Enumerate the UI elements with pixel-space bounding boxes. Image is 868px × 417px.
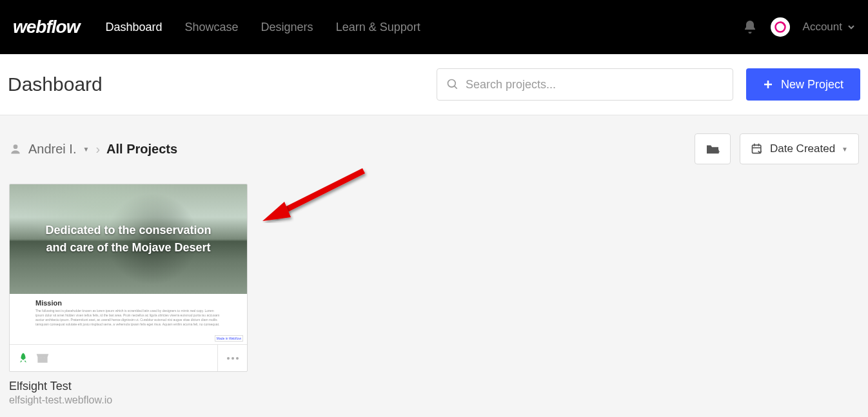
project-status-icons bbox=[17, 352, 217, 365]
account-menu[interactable]: Account bbox=[803, 21, 855, 34]
calendar-sort-icon bbox=[751, 142, 764, 155]
caret-down-icon: ▼ bbox=[842, 146, 848, 153]
search-icon bbox=[446, 78, 459, 91]
sort-label: Date Created bbox=[770, 142, 835, 155]
new-folder-button[interactable]: + bbox=[695, 133, 731, 164]
project-item: Dedicated to the conservation and care o… bbox=[9, 184, 248, 406]
svg-point-3 bbox=[14, 144, 18, 149]
annotation-arrow bbox=[257, 164, 373, 235]
nav-links: Dashboard Showcase Designers Learn & Sup… bbox=[105, 21, 742, 34]
svg-line-7 bbox=[273, 171, 364, 216]
project-card[interactable]: Dedicated to the conservation and care o… bbox=[9, 184, 248, 372]
page-title: Dashboard bbox=[8, 73, 437, 95]
chevron-right-icon: › bbox=[95, 142, 100, 157]
preview-mission: Mission The following text is placeholde… bbox=[10, 294, 247, 335]
plus-icon bbox=[763, 79, 773, 90]
nav-right: Account bbox=[742, 17, 855, 37]
project-card-footer bbox=[10, 344, 247, 371]
nav-link-designers[interactable]: Designers bbox=[261, 21, 313, 34]
breadcrumb-username: Andrei I. bbox=[28, 142, 76, 157]
user-avatar[interactable] bbox=[771, 17, 790, 37]
svg-text:+: + bbox=[716, 148, 720, 155]
account-label: Account bbox=[803, 21, 842, 34]
project-more-button[interactable] bbox=[217, 345, 247, 371]
nav-link-dashboard[interactable]: Dashboard bbox=[105, 21, 162, 34]
project-url[interactable]: elfsight-test.webflow.io bbox=[9, 394, 248, 406]
breadcrumb: Andrei I. ▼ › All Projects bbox=[9, 142, 695, 157]
header-bar: Dashboard New Project bbox=[0, 54, 868, 115]
storefront-icon[interactable] bbox=[35, 353, 50, 364]
project-preview: Dedicated to the conservation and care o… bbox=[10, 184, 247, 344]
new-project-button[interactable]: New Project bbox=[746, 68, 860, 101]
caret-down-icon: ▼ bbox=[83, 146, 89, 153]
search-input[interactable] bbox=[466, 78, 724, 92]
sort-button[interactable]: Date Created ▼ bbox=[740, 133, 859, 164]
preview-mission-heading: Mission bbox=[35, 299, 221, 307]
project-name[interactable]: Elfsight Test bbox=[9, 380, 248, 393]
folder-plus-icon: + bbox=[705, 143, 720, 155]
new-project-label: New Project bbox=[781, 78, 843, 92]
svg-line-2 bbox=[454, 86, 457, 89]
svg-point-1 bbox=[448, 80, 455, 88]
project-meta: Elfsight Test elfsight-test.webflow.io bbox=[9, 380, 248, 406]
svg-rect-9 bbox=[37, 358, 47, 363]
preview-hero: Dedicated to the conservation and care o… bbox=[10, 184, 247, 294]
preview-badge: Made in Webflow bbox=[215, 335, 243, 342]
project-grid: Dedicated to the conservation and care o… bbox=[9, 184, 859, 406]
rocket-icon[interactable] bbox=[17, 352, 29, 365]
chevron-down-icon bbox=[847, 23, 855, 31]
search-box[interactable] bbox=[437, 68, 733, 101]
svg-marker-8 bbox=[262, 202, 291, 221]
webflow-logo[interactable]: webflow bbox=[13, 17, 79, 37]
notifications-icon[interactable] bbox=[742, 19, 758, 35]
breadcrumb-user-menu[interactable]: Andrei I. ▼ bbox=[9, 142, 89, 157]
user-icon bbox=[9, 142, 22, 155]
breadcrumb-actions: + Date Created ▼ bbox=[695, 133, 859, 164]
nav-link-learn-support[interactable]: Learn & Support bbox=[336, 21, 420, 34]
preview-hero-text: Dedicated to the conservation and care o… bbox=[10, 222, 247, 257]
nav-link-showcase[interactable]: Showcase bbox=[185, 21, 239, 34]
content-area: Andrei I. ▼ › All Projects + Date Create… bbox=[0, 115, 868, 417]
breadcrumb-row: Andrei I. ▼ › All Projects + Date Create… bbox=[9, 133, 859, 164]
breadcrumb-current: All Projects bbox=[106, 142, 177, 157]
top-navigation: webflow Dashboard Showcase Designers Lea… bbox=[0, 0, 868, 54]
preview-mission-body: The following text is placeholder known … bbox=[35, 309, 221, 327]
